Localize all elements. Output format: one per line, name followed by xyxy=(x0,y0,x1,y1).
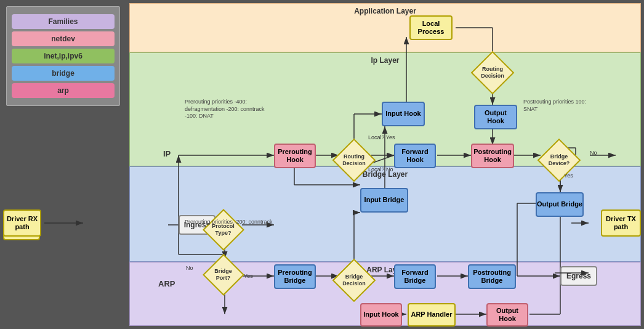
app-layer-label: Application Layer xyxy=(354,7,416,15)
routing-decision-pre-container: Routing Decision xyxy=(336,142,372,179)
bridge-decision-container: Bridge Decision xyxy=(336,262,372,299)
bridge-decision-text: Bridge Decision xyxy=(339,274,369,287)
prerouting-note: Prerouting priorities -400: defragmentat… xyxy=(185,99,274,120)
input-bridge-box: Input Bridge xyxy=(360,188,408,213)
prerouting-bridge-box: Prerouting Bridge xyxy=(274,264,316,289)
routing-decision-ip-container: Routing Decision xyxy=(474,54,511,91)
app-layer: Application Layer xyxy=(129,3,641,52)
protocol-type-container: Protocol Type? xyxy=(203,209,243,250)
local-no-label: Local? No xyxy=(368,166,393,173)
legend-families: Families xyxy=(12,14,115,29)
ip-label: IP xyxy=(163,149,171,158)
bridge-port-container: Bridge Port? xyxy=(203,254,243,294)
main-diagram: Application Layer Ip Layer Bridge Layer … xyxy=(129,3,641,326)
arp-input-hook-box: Input Hook xyxy=(360,303,402,327)
arp-output-hook-box: Output Hook xyxy=(486,303,528,327)
prerouting-hook-box: Prerouting Hook xyxy=(274,144,316,168)
yes-bridge-port-label: Yes xyxy=(244,273,253,279)
legend-netdev: netdev xyxy=(12,31,115,46)
output-bridge-box: Output Bridge xyxy=(536,192,584,217)
no-bridge-port-label: No xyxy=(186,265,193,271)
forward-hook-box: Forward Hook xyxy=(394,144,436,168)
protocol-type-text: Protocol Type? xyxy=(209,223,238,237)
routing-decision-pre-text: Routing Decision xyxy=(340,153,368,167)
postrouting-bridge-box: Postrouting Bridge xyxy=(468,264,516,289)
legend-inet: inet,ip,ipv6 xyxy=(12,49,115,63)
legend-arp: arp xyxy=(12,83,115,98)
local-yes-label: Local? Yes xyxy=(368,134,395,140)
yes-bridge-label: Yes xyxy=(564,173,573,179)
driver-rx-label: Driver RX path xyxy=(3,209,41,237)
legend-bridge: bridge xyxy=(12,66,115,81)
postrouting-hook-box: Postrouting Hook xyxy=(471,144,514,168)
postrouting-note: Postrouting priorities 100: SNAT xyxy=(523,99,597,113)
driver-tx-label: Driver TX path xyxy=(601,209,641,237)
local-process-box: Local Process xyxy=(409,15,453,40)
arp-handler-box: ARP Handler xyxy=(408,303,456,327)
routing-decision-ip-text: Routing Decision xyxy=(479,66,507,79)
bridge-device-text: Bridge Device? xyxy=(544,153,574,167)
no-bridge-label: No xyxy=(590,150,597,156)
egress-box: Egress xyxy=(560,266,597,286)
legend-panel: Families netdev inet,ip,ipv6 bridge arp xyxy=(6,6,120,106)
arp-label: ARP xyxy=(158,279,175,288)
bridge-port-text: Bridge Port? xyxy=(209,268,238,282)
input-hook-ip-box: Input Hook xyxy=(382,102,425,126)
forward-bridge-box: Forward Bridge xyxy=(394,264,436,289)
output-hook-ip-box: Output Hook xyxy=(474,105,517,129)
ip-layer-label: Ip Layer xyxy=(371,56,399,65)
